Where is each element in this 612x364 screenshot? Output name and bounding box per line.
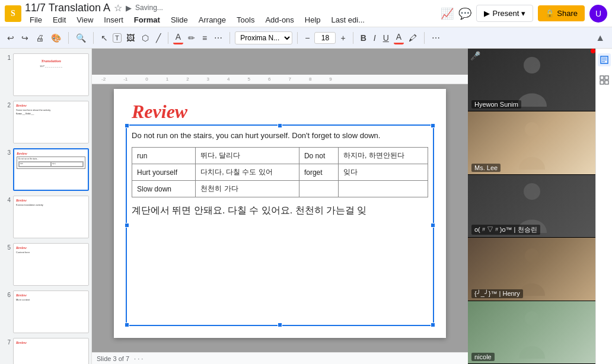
slide-num-1: 1: [2, 53, 11, 61]
slide-thumb-2[interactable]: 2 Review Some text here about the activi…: [2, 101, 89, 143]
mic-muted-icon-1: 🎤: [470, 51, 480, 60]
vocab-table: run 뛰다, 달리다 Do not 하지마, 하면안된다 Hurt yours…: [132, 147, 428, 197]
more-options-button[interactable]: ⋯: [429, 32, 442, 44]
slide-thumb-6[interactable]: 6 Review More content: [2, 290, 89, 333]
side-icon-grid[interactable]: [598, 74, 611, 87]
slide-thumb-5[interactable]: 5 Review Content here: [2, 243, 89, 286]
bold-button[interactable]: B: [358, 32, 369, 44]
ruler-mark: 5: [248, 76, 250, 82]
toolbar-separator-7: [424, 32, 425, 44]
drive-icon[interactable]: ▶: [126, 4, 132, 12]
redo-button[interactable]: ↪: [19, 32, 31, 44]
korean-translation: 계단에서 뛰면 안돼요. 다칠 수 있어요. 천천히 가는걸 잊: [132, 205, 428, 217]
shapes-button[interactable]: ⬡: [139, 32, 151, 44]
bottom-bar: Slide 3 of 7 · · ·: [92, 352, 468, 364]
app-icon: S: [5, 5, 21, 22]
collapse-toolbar-button[interactable]: ▲: [593, 31, 607, 44]
comment-icon[interactable]: 💬: [458, 7, 471, 20]
present-icon: ▶: [484, 9, 490, 18]
person-silhouette-4: [508, 242, 556, 296]
person-silhouette-2: [508, 116, 556, 170]
slide-num-5: 5: [2, 243, 11, 251]
vocab-ko2-1: 하지마, 하면안된다: [338, 148, 428, 164]
ruler-mark: 3: [207, 76, 209, 82]
zoom-button[interactable]: 🔍: [74, 32, 88, 44]
star-icon[interactable]: ☆: [114, 2, 122, 14]
menu-edit[interactable]: Edit: [48, 14, 71, 25]
slide-count: Slide 3 of 7: [97, 355, 129, 362]
menu-slide[interactable]: Slide: [166, 14, 193, 25]
menu-file[interactable]: File: [25, 14, 47, 25]
text-box-button[interactable]: T: [113, 33, 122, 43]
menu-last-edit[interactable]: Last edi...: [327, 14, 369, 25]
side-icon-notes[interactable]: [598, 53, 611, 66]
slide-title: Review: [132, 101, 187, 123]
menu-tools[interactable]: Tools: [232, 14, 259, 25]
video-cell-5: nicole: [468, 301, 595, 364]
slide-thumb-7[interactable]: 7 Review: [2, 338, 89, 364]
video-panel: 🎤 Hyewon Sunim Ms. Lee o(〃▽〃)o™ | 천승린: [468, 49, 595, 364]
slide-thumb-3[interactable]: 3 Review Do not run on the stairs... run…: [2, 148, 89, 191]
svg-rect-12: [605, 81, 608, 84]
person-silhouette-5: [508, 305, 556, 359]
slide-preview-1[interactable]: Translation 11/7 _ _ _ _ _ _ _ _ _: [13, 53, 89, 96]
paint-format-button[interactable]: 🎨: [49, 32, 63, 44]
slide-preview-6[interactable]: Review More content: [13, 290, 89, 333]
menu-format[interactable]: Format: [129, 14, 165, 25]
avatar[interactable]: U: [589, 5, 607, 23]
cursor-button[interactable]: ↖: [98, 32, 110, 44]
vocab-ko-1: 뛰다, 달리다: [196, 148, 299, 164]
slide-thumb-4[interactable]: 4 Review Korean translation activity: [2, 196, 89, 238]
border-dash-button[interactable]: ⋯: [212, 32, 225, 44]
present-button[interactable]: ▶ Present ▾: [476, 5, 533, 22]
slide-canvas[interactable]: Review Do not run on the stairs, you can…: [114, 89, 446, 338]
toolbar-separator-3: [168, 32, 168, 44]
underline-button[interactable]: U: [381, 32, 391, 44]
italic-button[interactable]: I: [371, 32, 378, 44]
chart-icon[interactable]: 📈: [441, 7, 454, 20]
font-family-select[interactable]: Proxima N...: [235, 31, 292, 44]
recording-indicator: [591, 49, 595, 53]
menu-bar: File Edit View Insert Format Slide Arran…: [25, 14, 437, 25]
table-row: Hurt yourself 다치다, 다칠 수도 있어 forget 잊다: [132, 164, 428, 181]
toolbar-separator-2: [93, 32, 94, 44]
border-weight-button[interactable]: ≡: [200, 32, 209, 44]
ruler-mark: 7: [288, 76, 291, 82]
share-button[interactable]: 🔒 Share: [538, 5, 585, 21]
menu-insert[interactable]: Insert: [99, 14, 128, 25]
vocab-en2-2: forget: [299, 164, 338, 181]
participant-name-3: o(〃▽〃)o™ | 천승린: [471, 225, 540, 235]
saving-status: Saving...: [135, 4, 163, 12]
vocab-en-3: Slow down: [132, 181, 196, 197]
fill-color-button[interactable]: A: [173, 31, 183, 44]
menu-arrange[interactable]: Arrange: [194, 14, 231, 25]
menu-view[interactable]: View: [72, 14, 98, 25]
title-area: 11/7 Translation A ☆ ▶ Saving... File Ed…: [25, 2, 437, 25]
vocab-ko2-3: [338, 181, 428, 197]
toolbar-separator-4: [230, 32, 230, 44]
print-button[interactable]: 🖨: [33, 32, 46, 44]
slide-preview-4[interactable]: Review Korean translation activity: [13, 196, 89, 238]
participant-name-2: Ms. Lee: [471, 164, 501, 172]
menu-help[interactable]: Help: [300, 14, 326, 25]
slide-preview-5[interactable]: Review Content here: [13, 243, 89, 286]
ruler-mark: 9: [329, 76, 332, 82]
vocab-ko-3: 천천히 가다: [196, 181, 299, 197]
font-size-increase[interactable]: +: [338, 32, 348, 44]
image-button[interactable]: 🖼: [124, 32, 137, 44]
svg-point-2: [524, 183, 540, 200]
slide-preview-3[interactable]: Review Do not run on the stairs... run 뛰…: [13, 148, 89, 191]
border-color-button[interactable]: ✏: [186, 32, 197, 44]
highlight-button[interactable]: 🖍: [406, 32, 419, 44]
slide-preview-7[interactable]: Review: [13, 338, 89, 364]
video-cell-2: Ms. Lee: [468, 111, 595, 174]
undo-button[interactable]: ↩: [5, 32, 17, 44]
font-size-input[interactable]: [314, 32, 336, 44]
menu-addons[interactable]: Add-ons: [260, 14, 298, 25]
slide-thumb-1[interactable]: 1 Translation 11/7 _ _ _ _ _ _ _ _ _: [2, 53, 89, 96]
slide-preview-2[interactable]: Review Some text here about the activity…: [13, 101, 89, 143]
vocab-en-2: Hurt yourself: [132, 164, 196, 181]
text-color-button[interactable]: A: [394, 31, 404, 44]
font-size-decrease[interactable]: −: [302, 32, 312, 44]
line-button[interactable]: ╱: [154, 32, 163, 44]
